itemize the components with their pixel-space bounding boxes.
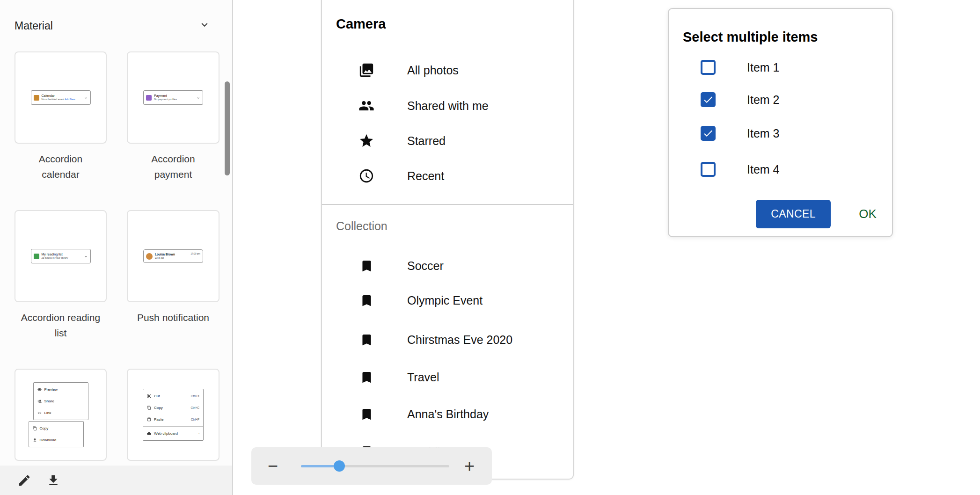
bookmark-icon	[358, 259, 374, 273]
component-card-label: Accordion reading list	[20, 302, 102, 369]
mini-menu-item: Preview	[44, 387, 58, 392]
camera-menu-item-all-photos[interactable]: All photos	[358, 61, 568, 80]
component-card-accordion-calendar[interactable]: Calendar No scheduled event Add New	[15, 51, 107, 144]
zoom-slider[interactable]	[301, 447, 449, 485]
component-card-push-notification[interactable]: Louisa Brown Let's go 17:00 pm	[127, 210, 219, 302]
mini-shortcut: Ctrl+C	[190, 406, 199, 409]
chevron-down-icon	[84, 94, 88, 102]
zoom-out-button[interactable]: −	[263, 456, 283, 476]
camera-menu-item-label: Recent	[407, 169, 444, 183]
component-grid: Calendar No scheduled event Add New Acco…	[0, 51, 232, 495]
checkbox-item-1[interactable]	[701, 60, 716, 75]
component-card-accordion-reading-list[interactable]: My reading list 23 books in your library	[15, 210, 107, 302]
collection-item-olympic-event[interactable]: Olympic Event	[358, 291, 568, 310]
reading-mini-icon	[34, 254, 39, 259]
mini-shortcut: Ctrl+X	[191, 394, 199, 398]
camera-menu-item-label: Shared with me	[407, 99, 489, 113]
edit-tool-button[interactable]	[16, 472, 33, 489]
component-card-clipboard-menu[interactable]: CutCtrl+X CopyCtrl+C PasteCtrl+P Web cli…	[127, 369, 219, 461]
dialog-item-row: Item 1	[701, 59, 779, 75]
collection-item-travel[interactable]: Travel	[358, 368, 568, 386]
dialog-item-label: Item 2	[747, 93, 779, 107]
checkbox-item-2[interactable]	[701, 92, 716, 107]
scissors-icon	[147, 394, 151, 398]
dialog-item-label: Item 1	[747, 61, 779, 74]
app-window: Material Calendar No scheduled event Add…	[0, 0, 980, 495]
ok-button[interactable]: OK	[849, 200, 886, 228]
mini-menu-item: Copy	[154, 406, 163, 410]
dialog-item-row: Item 2	[701, 92, 779, 108]
component-cell: Louisa Brown Let's go 17:00 pm Push noti…	[127, 210, 219, 369]
mini-subtitle: 23 books in your library	[42, 256, 81, 260]
mini-menu-item: Share	[44, 399, 54, 403]
bookmark-icon	[358, 293, 374, 308]
copy-icon	[147, 406, 151, 410]
thumb-push-notification: Louisa Brown Let's go 17:00 pm	[143, 249, 203, 263]
component-card-label: Accordion payment	[132, 144, 214, 210]
mini-title: Payment	[154, 94, 194, 98]
cancel-button[interactable]: CANCEL	[756, 200, 831, 228]
collection-item-label: Travel	[407, 371, 439, 384]
material-section-header[interactable]: Material	[0, 0, 232, 51]
camera-menu-item-label: All photos	[407, 64, 459, 77]
collection-item-chirstmas-eve[interactable]: Chirstmas Eve 2020	[358, 330, 568, 349]
camera-menu-mockup[interactable]: Camera All photos Shared with me Starred…	[321, 0, 574, 480]
camera-menu-item-recent[interactable]: Recent	[358, 167, 568, 185]
mini-menu-item: Web clipboard	[154, 431, 178, 436]
download-tool-button[interactable]	[45, 472, 62, 489]
zoom-toolbar: − +	[251, 447, 492, 485]
mini-link: Add New	[65, 98, 75, 101]
bookmark-icon	[358, 333, 374, 347]
camera-menu-item-label: Starred	[407, 134, 446, 148]
component-card-label: Push notification	[137, 302, 209, 369]
component-card-label: Accordion calendar	[20, 144, 102, 210]
mini-menu-item: Copy	[40, 426, 49, 430]
collection-item-label: Soccer	[407, 259, 444, 273]
component-card-accordion-payment[interactable]: Payment No payment profiles	[127, 51, 219, 144]
download-icon	[33, 438, 37, 442]
dialog-title: Select multiple items	[683, 29, 818, 45]
collection-item-annas-birthday[interactable]: Anna's Birthday	[358, 405, 568, 423]
person-add-icon	[37, 399, 42, 403]
divider	[322, 204, 573, 205]
mini-menu-item: Download	[40, 438, 57, 442]
collection-item-label: Chirstmas Eve 2020	[407, 333, 512, 347]
checkbox-item-4[interactable]	[701, 162, 716, 177]
select-items-dialog-mockup[interactable]: Select multiple items Item 1 Item 2 Item…	[668, 8, 893, 237]
collection-item-soccer[interactable]: Soccer	[358, 256, 568, 275]
dialog-item-label: Item 4	[747, 163, 779, 176]
checkbox-item-3[interactable]	[701, 126, 716, 141]
chevron-down-icon[interactable]	[198, 19, 211, 33]
copy-icon	[33, 426, 37, 430]
dialog-item-row: Item 4	[701, 161, 779, 177]
chevron-down-icon	[84, 252, 88, 261]
component-cell: My reading list 23 books in your library…	[15, 210, 107, 369]
zoom-slider-thumb[interactable]	[334, 460, 345, 472]
mini-subtitle: No payment profiles	[154, 98, 194, 101]
mini-subtitle: No scheduled event	[42, 98, 65, 101]
people-icon	[358, 98, 374, 114]
chevron-down-icon	[196, 94, 200, 102]
mini-time: 17:00 pm	[190, 252, 200, 255]
mini-menu-item: Link	[44, 411, 51, 415]
sidebar-scrollbar-thumb[interactable]	[225, 81, 230, 175]
download-icon	[46, 473, 60, 488]
camera-panel-title: Camera	[336, 15, 386, 33]
mini-title: My reading list	[42, 252, 81, 256]
dialog-item-row: Item 3	[701, 125, 779, 141]
clock-icon	[358, 168, 374, 184]
eye-icon	[37, 387, 42, 392]
camera-menu-item-shared[interactable]: Shared with me	[358, 96, 568, 115]
avatar	[146, 253, 153, 260]
zoom-in-button[interactable]: +	[459, 456, 480, 476]
component-card-share-menu[interactable]: Preview Share Link Copy Download	[15, 369, 107, 461]
mini-menu-item: Paste	[154, 417, 163, 422]
thumb-share-menu: Preview Share Link Copy Download	[33, 382, 88, 447]
check-icon	[702, 94, 714, 106]
components-sidebar: Material Calendar No scheduled event Add…	[0, 0, 233, 495]
camera-menu-item-starred[interactable]: Starred	[358, 131, 568, 150]
material-section-title: Material	[15, 20, 53, 32]
mini-menu-item: Cut	[154, 394, 160, 398]
star-icon	[358, 133, 374, 149]
collection-item-label: Anna's Birthday	[407, 408, 489, 421]
